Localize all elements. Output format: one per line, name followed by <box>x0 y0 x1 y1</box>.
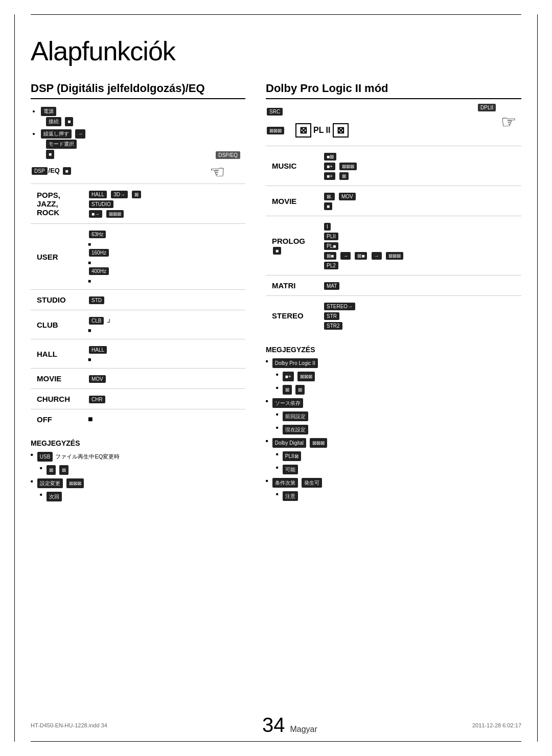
dolby-note-4: ソース依存 <box>266 398 521 408</box>
footer: HT-D450-EN-HU-1228.indd 34 34 Magyar 201… <box>31 714 521 737</box>
table-row-church: CHURCH CHR <box>31 389 245 409</box>
dolby-header-area: DPLII ☞ SRC ⊠⊠⊠ ⊠ PL II ⊠ <box>266 106 521 138</box>
dolby-pl-symbol: ⊠ PL II ⊠ <box>295 123 349 138</box>
table-row: MOVIE MOV <box>31 369 245 389</box>
dsp-notes-title: MEGJEGYZÉS <box>31 439 245 447</box>
dolby-note-1: Dolby Pro Logic II <box>266 358 521 369</box>
dolby-mode-movie: MOVIE <box>266 186 317 216</box>
dolby-notes-title: MEGJEGYZÉS <box>266 346 521 354</box>
dolby-values-prolog: I PLII PL■ ⊠■ → ⊠■ → ⊠⊠⊠ PL2 <box>317 216 521 276</box>
footer-language: Magyar <box>290 725 317 734</box>
dolby-note-11: 注意 <box>266 491 521 501</box>
dplii-button-tag: DPLII <box>478 102 496 111</box>
mode-label-club: CLUB <box>31 310 82 339</box>
dolby-values-matri: MAT <box>317 276 521 296</box>
dsp-mode-table: POPS,JAZZ,ROCK HALL 3D→ ⊠ STUDIO <box>31 184 245 429</box>
left-column: DSP (Digitális jelfeldolgozás)/EQ 電源 接続 … <box>31 82 245 505</box>
dsp-note-1: USB ファイル再生中EQ変更時 <box>31 451 245 462</box>
table-row: HALL HALL ■ <box>31 339 245 369</box>
mode-values-pops: HALL 3D→ ⊠ STUDIO ■→ ⊠⊠⊠ <box>82 184 245 224</box>
dsp-section-title: DSP (Digitális jelfeldolgozás)/EQ <box>31 82 245 99</box>
dolby-mode-display: ⊠⊠⊠ ⊠ PL II ⊠ <box>266 123 521 138</box>
mode-values-user: 63Hz ■ 160Hz ■ 400Hz ■ <box>82 224 245 290</box>
tag-val: ■ <box>45 149 245 159</box>
tag-mode: モード選択 <box>45 139 245 149</box>
footer-page: 34 Magyar <box>262 714 317 737</box>
tag-power: 電源 <box>41 107 56 116</box>
table-row: CLUB CLB ⅃ ■ <box>31 310 245 339</box>
table-row: USER 63Hz ■ 160Hz ■ 400Hz ■ <box>31 224 245 290</box>
dolby-mode-music: MUSIC <box>266 146 317 186</box>
dolby-mode-matri: MATRI <box>266 276 317 296</box>
dolby-note-2: ■+ ⊠⊠⊠ <box>266 371 521 382</box>
dsp-label-text: DSP/EQ ■ <box>31 167 72 175</box>
mode-values-club: CLB ⅃ ■ <box>82 310 245 339</box>
dsp-label-tag: DSP/EQ <box>216 151 240 159</box>
dsp-note-3: 設定変更 ⊠⊠⊠ <box>31 478 245 489</box>
intro-item-2: 繰返し押す → モード選択 ■ <box>40 129 245 159</box>
mode-values-movie-left: MOV <box>82 369 245 389</box>
intro-item-1: 電源 接続 ■ <box>40 106 245 127</box>
table-row: MOVIE ⊠. MOV ■ <box>266 186 521 216</box>
dolby-mode-table: MUSIC ■⊠ ■+ ⊠⊠⊠ ■+ ⊠ <box>266 146 521 335</box>
mode-label-church: CHURCH <box>31 389 82 409</box>
dolby-note-3: ⊠ ⊠ <box>266 384 521 395</box>
dolby-section-title: Dolby Pro Logic II mód <box>266 82 521 99</box>
mode-values-studio: STD <box>82 290 245 310</box>
border-top <box>31 14 521 15</box>
content-area: DSP (Digitális jelfeldolgozás)/EQ 電源 接続 … <box>31 82 521 505</box>
table-row: OFF ■ <box>31 409 245 429</box>
dolby-notes: MEGJEGYZÉS Dolby Pro Logic II ■+ ⊠⊠⊠ <box>266 346 521 501</box>
dolby-note-7: Dolby Digital ⊠⊠⊠ <box>266 438 521 448</box>
mode-label-off: OFF <box>31 409 82 429</box>
page: Alapfunkciók DSP (Digitális jelfeldolgoz… <box>0 0 552 756</box>
mode-label-studio: STUDIO <box>31 290 82 310</box>
dsp-button-label-row: DSP/EQ ■ ☜ DSP/EQ <box>31 167 245 175</box>
dsp-note-4: 次回 <box>31 491 245 502</box>
dsp-hand-icon: ☜ <box>210 162 225 182</box>
page-title: Alapfunkciók <box>31 36 521 66</box>
dolby-values-music: ■⊠ ■+ ⊠⊠⊠ ■+ ⊠ <box>317 146 521 186</box>
footer-file: HT-D450-EN-HU-1228.indd 34 <box>31 722 107 728</box>
mode-label-hall: HALL <box>31 339 82 369</box>
mode-values-hall: HALL ■ <box>82 339 245 369</box>
dolby-hand-icon: ☞ <box>501 111 516 132</box>
dolby-note-8: PLII⊠ <box>266 451 521 462</box>
table-row: STEREO STEREO→ STR STR2 <box>266 296 521 336</box>
dolby-note-5: 前回設定 <box>266 411 521 422</box>
border-left <box>14 14 15 742</box>
dsp-notes: MEGJEGYZÉS USB ファイル再生中EQ変更時 ⊠ ⊠ <box>31 439 245 502</box>
dolby-notes-list: Dolby Pro Logic II ■+ ⊠⊠⊠ ⊠ ⊠ <box>266 358 521 501</box>
mode-label-pops: POPS,JAZZ,ROCK <box>31 184 82 224</box>
mode-label-user: USER <box>31 224 82 290</box>
tag-connect: 接続 ■ <box>45 117 245 127</box>
table-row: STUDIO STD <box>31 290 245 310</box>
mode-label-movie-left: MOVIE <box>31 369 82 389</box>
right-column: Dolby Pro Logic II mód DPLII ☞ SRC ⊠⊠⊠ ⊠ <box>266 82 521 505</box>
dolby-note-10: 条件次第 発生可 <box>266 477 521 488</box>
table-row: POPS,JAZZ,ROCK HALL 3D→ ⊠ STUDIO <box>31 184 245 224</box>
dolby-mode-prolog: PROLOG■ <box>266 216 317 276</box>
dolby-note-6: 現在設定 <box>266 424 521 435</box>
mode-values-off: ■ <box>82 409 245 429</box>
border-bottom <box>31 741 521 742</box>
dolby-mode-stereo: STEREO <box>266 296 317 336</box>
intro-list: 電源 接続 ■ 繰返し押す → モード選択 ■ <box>31 106 245 159</box>
border-right <box>537 14 538 742</box>
dolby-values-stereo: STEREO→ STR STR2 <box>317 296 521 336</box>
dolby-note-9: 可能 <box>266 464 521 475</box>
table-row: PROLOG■ I PLII PL■ ⊠■ → ⊠■ → ⊠⊠⊠ <box>266 216 521 276</box>
dolby-values-movie: ⊠. MOV ■ <box>317 186 521 216</box>
footer-page-number: 34 <box>262 714 285 737</box>
dsp-notes-list: USB ファイル再生中EQ変更時 ⊠ ⊠ 設定変更 ⊠⊠⊠ <box>31 451 245 502</box>
mode-values-church: CHR <box>82 389 245 409</box>
table-row: MUSIC ■⊠ ■+ ⊠⊠⊠ ■+ ⊠ <box>266 146 521 186</box>
footer-date: 2011-12-28 6:02:17 <box>472 722 521 728</box>
dsp-note-2: ⊠ ⊠ <box>31 465 245 475</box>
table-row: MATRI MAT <box>266 276 521 296</box>
